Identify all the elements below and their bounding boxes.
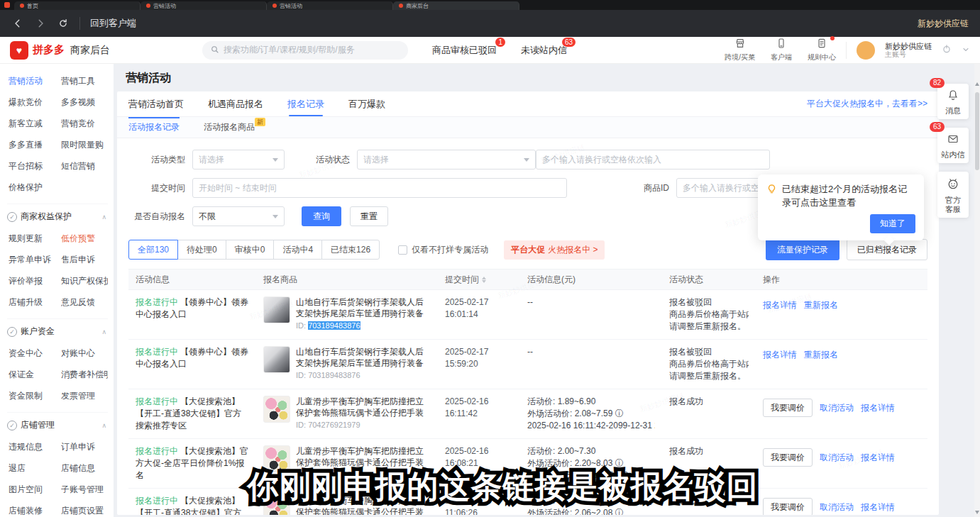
reset-button[interactable]: 重置 <box>350 206 388 226</box>
operation-link[interactable]: 重新报名 <box>804 349 838 361</box>
query-button[interactable]: 查询 <box>302 206 341 226</box>
sidebar-item[interactable]: 资金限制 <box>9 390 57 402</box>
tab-3[interactable]: 报名记录 <box>287 91 324 116</box>
sidebar-item[interactable]: 图片空间 <box>9 484 57 496</box>
operation-link[interactable]: 报名详情 <box>861 402 895 414</box>
scroll-up-icon[interactable] <box>975 82 979 86</box>
tab-4[interactable]: 百万爆款 <box>348 91 385 116</box>
platform-promo-badge[interactable]: 平台大促火热报名中 > <box>504 240 605 260</box>
tab-1[interactable]: 营销活动首页 <box>128 91 184 116</box>
activity-status-select[interactable]: 请选择 <box>357 150 536 169</box>
adjust-price-button[interactable]: 我要调价 <box>763 399 813 417</box>
scroll-down-icon[interactable] <box>975 511 979 514</box>
operation-link[interactable]: 取消活动 <box>820 501 854 513</box>
traffic-protection-button[interactable]: 流量保护记录 <box>766 239 839 260</box>
submit-time-range-input[interactable] <box>192 178 567 198</box>
sidebar-item[interactable]: 对账中心 <box>61 348 108 360</box>
refresh-icon[interactable] <box>57 17 70 30</box>
operation-link[interactable]: 报名详情 <box>861 501 895 513</box>
quick-store[interactable]: 跨境/买菜 <box>725 38 755 62</box>
operation-link[interactable]: 取消活动 <box>820 452 854 464</box>
sidebar-item[interactable]: 消费者补偿明细 <box>61 369 108 381</box>
browser-tab[interactable]: 营销活动 <box>141 1 267 10</box>
operation-link[interactable]: 报名详情 <box>763 349 797 361</box>
sidebar-item[interactable]: 低价预警 <box>61 233 108 245</box>
sidebar-item[interactable]: 评价举报 <box>9 275 57 287</box>
sidebar-item[interactable]: 新客立减 <box>9 118 57 130</box>
subtab[interactable]: 活动报名商品新 <box>204 117 255 138</box>
sidebar-item[interactable]: 多多直播 <box>9 139 57 151</box>
sidebar-item[interactable]: 知识产权保护 <box>61 275 108 287</box>
sidebar-item[interactable]: 子账号管理 <box>61 484 108 496</box>
page-scrollbar[interactable] <box>974 64 980 517</box>
operation-link[interactable]: 取消活动 <box>820 402 854 414</box>
status-chip[interactable]: 已结束126 <box>321 240 380 260</box>
browser-tab[interactable]: 首页 <box>14 1 141 10</box>
scrollbar-thumb[interactable] <box>975 92 979 170</box>
promo-link[interactable]: 平台大促火热报名中，去看看>> <box>807 98 927 110</box>
activity-type-select[interactable]: 请选择 <box>192 150 285 169</box>
operation-link[interactable]: 报名详情 <box>763 299 797 311</box>
exclusive-activity-checkbox[interactable] <box>398 245 407 255</box>
operation-link[interactable]: 报名详情 <box>861 452 895 464</box>
sidebar-item[interactable]: 发票管理 <box>61 390 108 402</box>
subtab[interactable]: 活动报名记录 <box>128 117 180 138</box>
forward-icon[interactable] <box>34 17 47 30</box>
adjust-price-button[interactable]: 我要调价 <box>763 448 813 467</box>
rail-官方客服[interactable]: 官方客服 <box>937 172 969 218</box>
logout-icon[interactable] <box>942 44 952 57</box>
operation-link[interactable]: 重新报名 <box>804 299 838 311</box>
sort-icon[interactable] <box>482 277 486 283</box>
account-info[interactable]: 新妙妙供应链 主账号 <box>885 42 932 59</box>
quick-rules[interactable]: 规则中心 <box>808 38 836 62</box>
sidebar-item[interactable]: 多多视频 <box>61 96 108 109</box>
avatar[interactable] <box>857 41 875 60</box>
sidebar-item[interactable]: 营销工具 <box>61 75 108 87</box>
activity-id-input[interactable] <box>536 150 770 169</box>
sidebar-item[interactable]: 营销活动 <box>9 75 57 87</box>
sidebar-item[interactable]: 平台招标 <box>9 160 57 172</box>
audit-rejected-link[interactable]: 商品审核已驳回 1 <box>432 44 497 57</box>
sidebar-item[interactable]: 短信营销 <box>61 160 108 172</box>
sidebar-item[interactable]: 意见反馈 <box>61 296 108 308</box>
sidebar-item[interactable]: 限时限量购 <box>61 139 108 151</box>
status-chip[interactable]: 待处理0 <box>177 240 226 260</box>
adjust-price-button[interactable]: 我要调价 <box>763 498 813 515</box>
pinduoduo-logo-icon[interactable]: ♥ <box>10 41 28 60</box>
quick-phone[interactable]: 客户端 <box>771 38 792 62</box>
sidebar-item[interactable]: 售后申诉 <box>61 254 108 266</box>
sidebar-item[interactable]: 订单申诉 <box>61 441 108 453</box>
unread-mail-link[interactable]: 未读站内信 63 <box>521 44 567 57</box>
chevron-down-icon[interactable] <box>962 44 970 57</box>
rail-消息[interactable]: 消息82 <box>937 84 969 119</box>
tab-2[interactable]: 机遇商品报名 <box>208 91 263 116</box>
sidebar-section-header[interactable]: ✓店铺管理∧ <box>7 412 108 435</box>
back-icon[interactable] <box>11 17 24 30</box>
sidebar-item[interactable]: 店铺装修 <box>9 505 57 517</box>
sidebar-item[interactable]: 违规信息 <box>9 441 57 453</box>
status-chip[interactable]: 全部130 <box>128 240 178 260</box>
browser-tab[interactable]: 商家后台 <box>393 1 519 10</box>
sidebar-item[interactable]: 保证金 <box>9 369 57 381</box>
address-text[interactable]: 回到客户端 <box>90 17 136 30</box>
status-chip[interactable]: 审核中0 <box>226 240 275 260</box>
sidebar-item[interactable]: 异常单申诉 <box>9 254 57 266</box>
sidebar-item[interactable]: 资金中心 <box>9 348 57 360</box>
tooltip-ok-button[interactable]: 知道了 <box>870 214 915 233</box>
sidebar-item[interactable]: 店铺信息 <box>61 462 108 474</box>
logo-text[interactable]: 拼多多 <box>33 43 65 57</box>
sidebar-section-header[interactable]: ✓账户资金∧ <box>7 318 108 342</box>
auto-signup-select[interactable]: 不限 <box>192 206 285 226</box>
global-search-input[interactable]: 搜索功能/订单/课程/规则/帮助/服务 <box>202 41 408 60</box>
sidebar-item[interactable]: 规则更新 <box>9 233 57 245</box>
sidebar-item[interactable]: 店铺页设置 <box>61 505 108 517</box>
status-chip[interactable]: 活动中4 <box>273 240 322 260</box>
sidebar-section-header[interactable]: ✓商家权益保护∧ <box>7 204 108 227</box>
sidebar-item[interactable]: 营销竞价 <box>61 118 108 130</box>
sidebar-item[interactable]: 店铺升级 <box>9 296 57 308</box>
rail-站内信[interactable]: 站内信63 <box>937 128 969 163</box>
sidebar-item[interactable]: 价格保护 <box>9 182 57 194</box>
browser-tab[interactable]: 营销活动 <box>267 1 393 10</box>
browser-profile[interactable]: 新妙妙供应链 <box>918 18 969 30</box>
sidebar-item[interactable]: 退店 <box>9 462 57 474</box>
